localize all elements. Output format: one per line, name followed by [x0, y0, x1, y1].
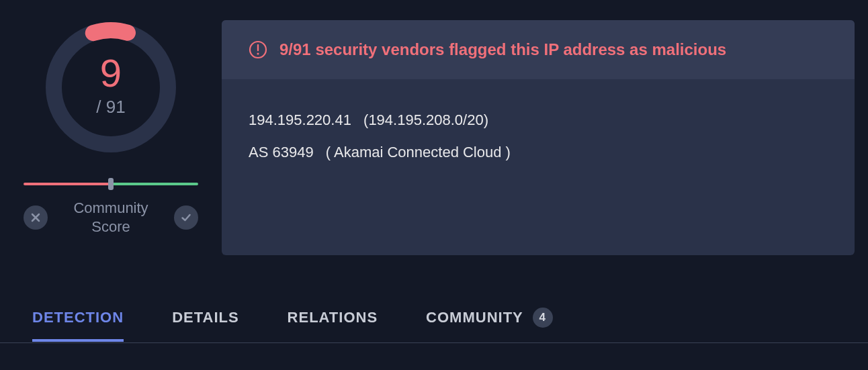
- slider-track[interactable]: [24, 180, 198, 189]
- check-icon: [180, 212, 192, 224]
- tab-relations[interactable]: RELATIONS: [288, 298, 378, 341]
- tab-details[interactable]: DETAILS: [172, 298, 238, 341]
- community-score-slider: Community Score: [24, 180, 198, 236]
- vote-malicious-button[interactable]: [24, 205, 48, 230]
- alert-text: 9/91 security vendors flagged this IP ad…: [279, 40, 726, 59]
- tab-detection[interactable]: DETECTION: [32, 298, 124, 341]
- detection-gauge: 9 / 91: [44, 20, 178, 154]
- community-count-badge: 4: [533, 308, 553, 328]
- asn-line: AS 63949 ( Akamai Connected Cloud ): [249, 144, 828, 161]
- ip-details: 194.195.220.41 (194.195.208.0/20) AS 639…: [222, 79, 855, 196]
- close-icon: [30, 212, 42, 224]
- tab-community[interactable]: COMMUNITY 4: [426, 297, 553, 342]
- summary-container: 9 / 91 Community Score: [0, 0, 868, 255]
- asn-name: ( Akamai Connected Cloud ): [326, 144, 511, 160]
- ip-line: 194.195.220.41 (194.195.208.0/20): [249, 111, 828, 129]
- vote-harmless-button[interactable]: [174, 205, 198, 230]
- ip-cidr: (194.195.208.0/20): [363, 111, 488, 128]
- asn-number: AS 63949: [249, 144, 314, 160]
- alert-banner: 9/91 security vendors flagged this IP ad…: [222, 20, 855, 79]
- slider-positive-bar: [111, 183, 198, 185]
- alert-icon: [249, 40, 267, 59]
- score-panel: 9 / 91 Community Score: [0, 13, 222, 255]
- slider-thumb[interactable]: [108, 178, 114, 190]
- svg-point-4: [257, 52, 259, 54]
- slider-negative-bar: [24, 183, 111, 185]
- detections-count: 9: [96, 54, 125, 93]
- info-panel: 9/91 security vendors flagged this IP ad…: [222, 20, 855, 255]
- tabs-bar: DETECTION DETAILS RELATIONS COMMUNITY 4: [0, 297, 868, 343]
- detections-total: / 91: [96, 97, 125, 118]
- community-score-label: Community Score: [73, 199, 148, 236]
- ip-address: 194.195.220.41: [249, 111, 351, 128]
